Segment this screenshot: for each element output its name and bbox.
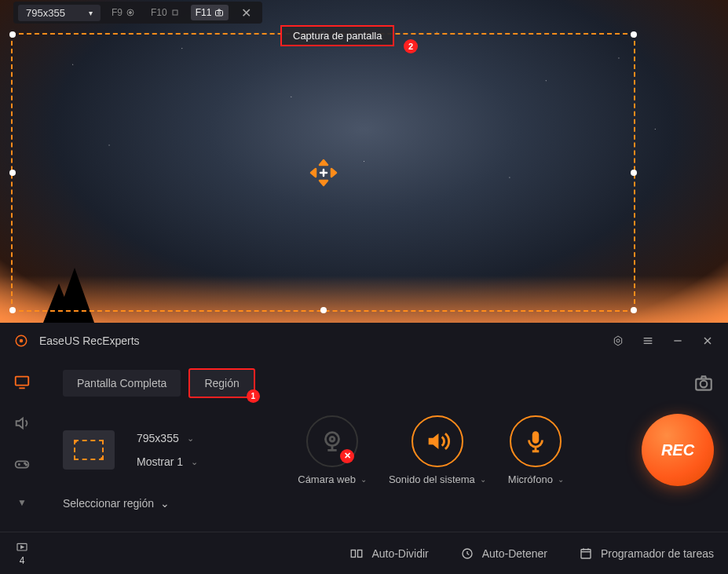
sidebar-game-button[interactable] (11, 453, 33, 475)
hotkey-f10-button[interactable]: F10 (146, 5, 185, 20)
tab-region-label: Región (204, 377, 239, 389)
svg-marker-32 (21, 546, 24, 548)
display-dropdown[interactable]: Mostrar 1 ⌄ (137, 455, 198, 468)
menu-button[interactable] (642, 335, 654, 347)
record-circle-icon (126, 8, 135, 17)
snapshot-button[interactable] (693, 373, 714, 393)
svg-rect-36 (581, 549, 591, 558)
microphone-dropdown[interactable]: Micrófono ⌄ (508, 473, 564, 485)
camera-icon (214, 8, 224, 17)
region-preview[interactable] (63, 430, 115, 470)
svg-point-10 (616, 339, 620, 342)
region-size-dropdown[interactable]: 795x355 ⌄ (137, 432, 198, 444)
tab-region[interactable]: Región 1 (188, 368, 254, 398)
recordings-count: 4 (20, 555, 25, 566)
microphone-label: Micrófono (508, 473, 553, 485)
chevron-down-icon: ▾ (89, 9, 93, 17)
split-icon (349, 547, 364, 561)
resize-handle-tr[interactable] (631, 31, 637, 38)
resize-handle-mr[interactable] (631, 170, 637, 176)
resize-handle-tl[interactable] (9, 31, 16, 38)
tabs-row: Pantalla Completa Región 1 (63, 368, 714, 398)
window-controls (612, 335, 714, 347)
recordings-button[interactable]: 4 (0, 532, 44, 574)
hotkey-label: F11 (196, 7, 212, 18)
controls-row: 795x355 ⌄ Mostrar 1 ⌄ ✕ Cámara w (63, 414, 714, 486)
svg-rect-3 (216, 11, 223, 16)
microphone-icon (522, 428, 549, 455)
resize-handle-br[interactable] (631, 307, 637, 313)
resize-handle-ml[interactable] (9, 170, 16, 176)
svg-marker-9 (614, 336, 621, 345)
app-title: EaseUS RecExperts (39, 335, 601, 347)
region-preview-rect (74, 440, 104, 460)
microphone-device: Micrófono ⌄ (508, 415, 564, 485)
svg-point-26 (701, 381, 708, 388)
resize-handle-bm[interactable] (320, 307, 327, 313)
camera-device: ✕ Cámara web ⌄ (298, 415, 367, 485)
move-handle[interactable] (305, 154, 342, 192)
camera-dropdown[interactable]: Cámara web ⌄ (298, 473, 367, 485)
annotation-badge-1: 1 (247, 389, 260, 403)
camera-icon (693, 373, 714, 393)
auto-split-label: Auto-Dividir (371, 547, 428, 560)
svg-rect-33 (352, 550, 356, 557)
svg-point-28 (330, 437, 335, 441)
close-toolbar-button[interactable]: ✕ (235, 5, 258, 20)
close-button[interactable] (701, 335, 714, 347)
system-sound-label: Sonido del sistema (389, 473, 475, 485)
minimize-button[interactable] (671, 335, 684, 347)
auto-stop-button[interactable]: Auto-Detener (460, 547, 547, 561)
stop-square-icon (170, 8, 180, 17)
monitor-icon (13, 374, 31, 391)
svg-rect-30 (532, 431, 540, 444)
region-info: 795x355 ⌄ Mostrar 1 ⌄ (137, 432, 198, 468)
select-region-label: Seleccionar región (63, 497, 154, 510)
annotation-badge-2: 2 (404, 39, 418, 53)
svg-point-24 (26, 464, 27, 465)
brand-icon (14, 334, 28, 348)
camera-label: Cámara web (298, 473, 356, 485)
auto-split-button[interactable]: Auto-Dividir (349, 547, 428, 561)
microphone-toggle[interactable] (510, 415, 562, 467)
resolution-dropdown[interactable]: 795x355 ▾ (18, 5, 101, 21)
capture-toolbar: 795x355 ▾ F9 F10 F11 ✕ (13, 2, 262, 24)
region-size-value: 795x355 (137, 432, 179, 444)
close-icon (701, 335, 714, 347)
camera-toggle[interactable]: ✕ (306, 415, 358, 467)
selection-rectangle[interactable] (11, 33, 635, 312)
hotkey-label: F9 (112, 7, 123, 18)
svg-marker-29 (429, 433, 439, 449)
gear-icon (612, 335, 624, 347)
main-panel: EaseUS RecExperts (0, 323, 728, 574)
tab-fullscreen[interactable]: Pantalla Completa (63, 370, 181, 397)
speaker-icon (13, 415, 31, 432)
tooltip-text: Captura de pantalla (293, 30, 382, 42)
record-button[interactable]: REC (642, 414, 714, 486)
sidebar-screen-button[interactable] (11, 371, 33, 393)
select-region-dropdown[interactable]: Seleccionar región ⌄ (63, 497, 714, 510)
system-sound-toggle[interactable] (412, 415, 463, 467)
task-scheduler-button[interactable]: Programador de tareas (579, 547, 714, 561)
chevron-down-icon: ⌄ (558, 475, 564, 484)
titlebar: EaseUS RecExperts (0, 323, 728, 359)
disabled-badge-icon: ✕ (340, 449, 354, 463)
sidebar-expand-button[interactable]: ▼ (17, 497, 27, 508)
sidebar-audio-button[interactable] (11, 412, 33, 434)
speaker-icon (424, 428, 451, 455)
settings-button[interactable] (612, 335, 624, 347)
hotkey-label: F10 (151, 7, 167, 18)
main-content: Pantalla Completa Región 1 795x355 ⌄ (44, 359, 728, 522)
chevron-down-icon: ⌄ (160, 497, 170, 510)
hotkey-f11-button[interactable]: F11 (191, 5, 229, 20)
hotkey-f9-button[interactable]: F9 (107, 5, 140, 20)
svg-rect-34 (358, 550, 362, 557)
svg-point-8 (20, 339, 24, 343)
sidebar: ▼ (0, 359, 44, 522)
calendar-icon (579, 547, 593, 561)
system-sound-device: Sonido del sistema ⌄ (389, 415, 486, 485)
minimize-icon (671, 335, 684, 347)
resize-handle-bl[interactable] (9, 307, 16, 313)
system-sound-dropdown[interactable]: Sonido del sistema ⌄ (389, 473, 486, 485)
svg-point-27 (326, 432, 339, 445)
